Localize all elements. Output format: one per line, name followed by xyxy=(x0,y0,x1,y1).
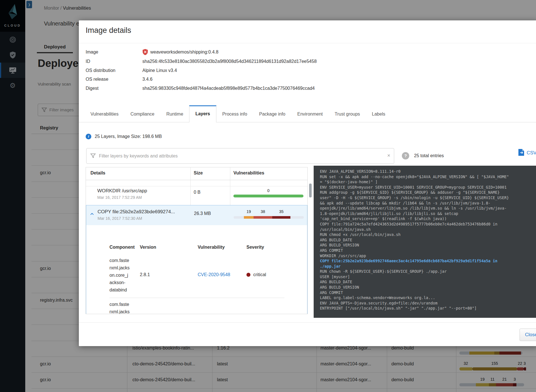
dockerfile-line: LABEL org.label-schema.vendor=Weaveworks… xyxy=(320,295,536,301)
dockerfile-line: RUN addgroup -g ${SERVICE_GID} ${SERVICE… xyxy=(320,190,536,195)
modal-tab-bar: VulnerabilitiesComplianceRuntimeLayersPr… xyxy=(79,106,536,122)
tab-process-info[interactable]: Process info xyxy=(216,106,253,122)
component-name-line: databind xyxy=(109,286,141,294)
component-name-line: rxml.jacks xyxy=(109,264,141,272)
column-header-component: Component xyxy=(109,245,135,250)
dockerfile-line: ENV JAVA_ALPINE_VERSION=8.111.14-r0 xyxy=(320,169,536,174)
column-header-vulnerability: Vulnerability xyxy=(198,245,225,250)
dockerfile-line: RUN chmod +x /usr/local/bin/java.sh xyxy=(320,232,536,237)
help-icon[interactable]: ? xyxy=(402,152,409,159)
tab-labels[interactable]: Labels xyxy=(366,106,391,122)
dockerfile-line: ENV JAVA_OPTS=-Djava.security.egd=file:/… xyxy=(320,301,536,306)
component-name-line: on.core_j xyxy=(109,272,141,279)
severity-label: critical xyxy=(253,272,266,277)
dockerfile-line: ./app.jar xyxy=(320,264,536,269)
export-csv-button[interactable]: CSV xyxy=(518,149,536,157)
field-value: sha256:4fc533e8180ac3805582d3b2a9f8008d5… xyxy=(142,59,317,64)
vuln-bar-segment xyxy=(244,216,254,219)
dockerfile-line: ARG COMMIT xyxy=(320,290,536,295)
field-value: sha256:983305c948fded487f4a4acdeab5f898e… xyxy=(142,86,315,91)
clear-filter-icon[interactable]: × xyxy=(387,153,390,159)
dockerfile-line: 1.8-openjdk/lib/amd64/jli/libjli.so /lib… xyxy=(320,211,536,216)
layers-table: Details Size Vulnerabilities WORKDIR /us… xyxy=(86,167,308,314)
vuln-count: 0 xyxy=(233,188,303,193)
close-button[interactable]: Close xyxy=(520,329,536,341)
vuln-bar-clean xyxy=(233,195,303,197)
tab-compliance[interactable]: Compliance xyxy=(124,106,160,122)
filter-layers-input[interactable] xyxy=(86,148,394,164)
field-value: Alpine Linux v3.4 xyxy=(142,68,177,73)
field-label: OS distribution xyxy=(86,68,115,73)
export-csv-icon xyxy=(518,149,524,157)
dockerfile-line: && apk add --update libcap && mkdir /lib… xyxy=(320,201,536,206)
dockerfile-line: 'cap_net_bind_service=+ep' $(readlink -f… xyxy=(320,216,536,221)
dockerfile-line: user" -D -H -G ${SERVICE_GROUP} -s /sbin… xyxy=(320,195,536,201)
component-name-line: com.faste xyxy=(109,257,141,264)
dockerfile-line: RUN set -x && apk add --no-cache openjdk… xyxy=(320,174,536,180)
modal-title: Image details xyxy=(86,26,131,35)
dockerfile-line: ARG BUILD_DATE xyxy=(320,279,536,285)
layers-summary: 25 Layers, Image Size: 198.6 MB xyxy=(95,134,162,139)
vuln-bar-stacked xyxy=(234,216,304,219)
dockerfile-line: = "$(docker-java-home)" ] xyxy=(320,179,536,185)
component-name: com.fasterxml.jackson.core_jackson-datab… xyxy=(109,257,141,294)
field-label: ID xyxy=(86,59,90,64)
dockerfile-line: USER [myuser] xyxy=(320,274,536,280)
tab-layers[interactable]: Layers xyxy=(189,105,216,122)
dockerfile-line: WORKDIR /usr/src/app xyxy=(320,253,536,259)
column-header-vulnerabilities[interactable]: Vulnerabilities xyxy=(233,171,264,176)
component-version: 2.8.1 xyxy=(140,272,150,277)
component-name-line: com.faste xyxy=(109,301,141,308)
dockerfile-line: ARG COMMIT xyxy=(320,248,536,253)
component-name: com.fasterxml.jacks xyxy=(109,301,141,314)
dockerfile-line: ARG BUILD_DATE xyxy=(320,237,536,243)
chevron-up-icon[interactable] xyxy=(90,211,94,216)
column-header-severity: Severity xyxy=(246,245,264,250)
cve-link[interactable]: CVE-2020-9548 xyxy=(198,272,230,277)
severity-dot-critical xyxy=(246,273,250,277)
tab-trust-groups[interactable]: Trust groups xyxy=(329,106,366,122)
dockerfile-line: ENV SERVICE_USER=myuser SERVICE_UID=1000… xyxy=(320,185,536,190)
dockerfile-line: ENTRYPOINT ["/usr/local/bin/java.sh" "-j… xyxy=(320,306,536,311)
table-scrollbar[interactable] xyxy=(309,184,312,197)
vuln-bar-segment xyxy=(272,216,290,219)
dockerfile-line: openjdk/jre/lib/amd64/server/libjvm.so /… xyxy=(320,206,536,211)
vuln-count: 35 xyxy=(278,209,284,214)
info-icon: i xyxy=(86,134,91,139)
column-header-size[interactable]: Size xyxy=(194,171,203,176)
component-name-line: rxml.jacks xyxy=(109,308,141,314)
vuln-count: 19 xyxy=(246,209,252,214)
vuln-bar-segment xyxy=(254,216,272,219)
column-header-version: Version xyxy=(140,245,156,250)
dockerfile-line: ARG BUILD_VERSION xyxy=(320,285,536,290)
dockerfile-line: COPY file:791a724c5a7efd4243653d2d498951… xyxy=(320,221,536,227)
tab-runtime[interactable]: Runtime xyxy=(161,106,189,122)
field-label: OS release xyxy=(86,77,108,82)
funnel-icon xyxy=(90,153,96,160)
field-label: Digest xyxy=(86,86,98,91)
vulnerable-shield-icon xyxy=(142,49,148,56)
field-value: weaveworksdemos/shipping:0.4.8 xyxy=(150,50,218,55)
image-details-modal: Image details Imageweaveworksdemos/shipp… xyxy=(79,20,536,346)
total-entries-label: 25 total entries xyxy=(414,153,444,158)
component-name-line: ackson- xyxy=(109,279,141,286)
export-csv-label: CSV xyxy=(527,150,536,156)
dockerfile-line: /usr/local/bin/java.sh xyxy=(320,227,536,232)
filter-layers-field: × xyxy=(86,148,394,164)
tab-vulnerabilities[interactable]: Vulnerabilities xyxy=(85,106,124,122)
layer-row-copy-expanded[interactable]: COPY file:25b2e2a923bde699274... Mar 16,… xyxy=(86,205,307,314)
vuln-count: 38 xyxy=(260,209,266,214)
tab-environment[interactable]: Environment xyxy=(291,106,329,122)
tab-package-info[interactable]: Package info xyxy=(253,106,292,122)
field-label: Image xyxy=(86,50,98,55)
column-header-details[interactable]: Details xyxy=(90,171,105,176)
dockerfile-line: ARG BUILD_VERSION xyxy=(320,242,536,248)
dockerfile-panel: ENV JAVA_ALPINE_VERSION=8.111.14-r0RUN s… xyxy=(314,166,536,318)
dockerfile-line: RUN chown -R ${SERVICE_USER}:${SERVICE_G… xyxy=(320,269,536,274)
dockerfile-line: COPY file:25b2e2a923bde6992746aeec3ac4c1… xyxy=(320,258,536,264)
field-value: 3.4.6 xyxy=(142,77,153,82)
